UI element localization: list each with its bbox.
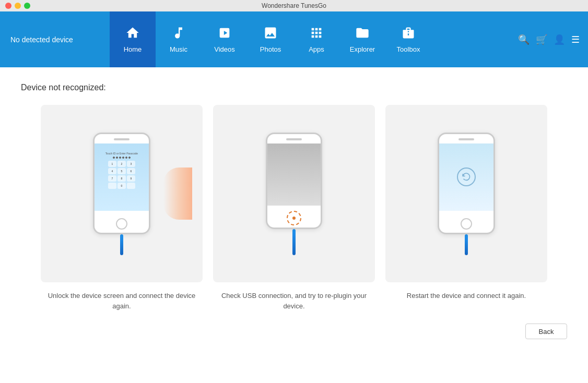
restart-icon	[457, 167, 476, 186]
card-usb	[213, 105, 375, 282]
card-unlock: Touch ID or Enter Passcode 1	[41, 105, 203, 282]
tab-videos-label: Videos	[214, 45, 235, 53]
key-5: 5	[117, 168, 126, 174]
traffic-lights	[5, 3, 30, 9]
phone1-container: Touch ID or Enter Passcode 1	[41, 105, 203, 282]
nav-tabs: Home Music Videos Photos	[110, 11, 431, 67]
phone2-device	[266, 133, 322, 229]
search-icon[interactable]: 🔍	[518, 34, 530, 45]
usb-circle	[287, 211, 301, 225]
apps-icon	[309, 26, 324, 42]
title-bar: Wondershare TunesGo	[0, 0, 588, 11]
tab-explorer-label: Explorer	[350, 45, 375, 53]
videos-icon	[217, 26, 232, 42]
card-usb-desc: Check USB connection, and try to re-plug…	[213, 291, 375, 311]
phone3-cable	[465, 234, 468, 255]
usb-dot	[292, 217, 296, 220]
cards-row: Touch ID or Enter Passcode 1	[21, 105, 567, 282]
key-empty2	[127, 183, 135, 189]
passcode-label: Touch ID or Enter Passcode	[105, 152, 138, 155]
phone3-home-btn	[461, 218, 472, 230]
key-empty1	[108, 183, 116, 189]
tab-toolbox-label: Toolbox	[397, 45, 420, 53]
key-0: 0	[117, 183, 126, 189]
tab-music-label: Music	[170, 45, 187, 53]
phone2-speaker	[286, 138, 302, 140]
phone1-screen: Touch ID or Enter Passcode 1	[95, 143, 149, 211]
main-content: Device not recognized: Touch ID or Enter…	[0, 67, 588, 383]
phone3-container	[385, 105, 547, 282]
card-restart	[385, 105, 547, 282]
back-btn-row: Back	[21, 324, 567, 339]
tab-apps[interactable]: Apps	[293, 11, 339, 67]
tab-music[interactable]: Music	[156, 11, 202, 67]
close-button[interactable]	[5, 3, 11, 9]
card-unlock-desc: Unlock the device screen and connect the…	[41, 291, 203, 311]
menu-icon[interactable]: ☰	[571, 34, 580, 45]
key-6: 6	[127, 168, 135, 174]
music-icon	[171, 26, 186, 42]
tab-apps-label: Apps	[309, 45, 324, 53]
keypad: 1 2 3 4 5 6 7 8 9 0	[108, 161, 135, 189]
phone3-speaker	[458, 138, 474, 140]
phone3-device	[438, 133, 495, 234]
key-9: 9	[127, 175, 135, 182]
tab-videos[interactable]: Videos	[202, 11, 248, 67]
key-4: 4	[108, 168, 116, 174]
cards-descriptions: Unlock the device screen and connect the…	[21, 291, 567, 311]
card-restart-desc: Restart the device and connect it again.	[385, 291, 547, 311]
tab-home[interactable]: Home	[110, 11, 156, 67]
phone1-cable	[120, 234, 123, 255]
no-device-label: No detected device	[0, 35, 110, 44]
tab-explorer[interactable]: Explorer	[339, 11, 385, 67]
tab-toolbox[interactable]: Toolbox	[385, 11, 431, 67]
key-7: 7	[108, 175, 116, 182]
header-actions: 🔍 🛒 👤 ☰	[518, 34, 588, 45]
photos-icon	[263, 26, 278, 42]
key-8: 8	[117, 175, 126, 182]
tab-home-label: Home	[124, 45, 142, 53]
key-2: 2	[117, 161, 126, 167]
section-title: Device not recognized:	[21, 83, 567, 92]
tab-photos-label: Photos	[260, 45, 281, 53]
passcode-dots	[113, 157, 131, 159]
phone2-cable	[292, 229, 296, 255]
user-icon[interactable]: 👤	[554, 34, 565, 45]
minimize-button[interactable]	[15, 3, 21, 9]
phone1-device: Touch ID or Enter Passcode 1	[93, 133, 150, 234]
tab-photos[interactable]: Photos	[248, 11, 293, 67]
phone3-screen	[439, 143, 493, 211]
maximize-button[interactable]	[24, 3, 30, 9]
phone1-home-btn	[116, 218, 127, 230]
home-icon	[125, 26, 140, 42]
phone1-speaker	[114, 138, 130, 140]
header: No detected device Home Music Videos	[0, 11, 588, 67]
app-title: Wondershare TunesGo	[262, 2, 326, 9]
phone2-container	[213, 105, 375, 282]
key-1: 1	[108, 161, 116, 167]
cart-icon[interactable]: 🛒	[536, 34, 547, 45]
explorer-icon	[355, 26, 370, 42]
key-3: 3	[127, 161, 135, 167]
phone2-screen	[267, 143, 321, 206]
toolbox-icon	[401, 26, 416, 42]
back-button[interactable]: Back	[525, 324, 567, 339]
